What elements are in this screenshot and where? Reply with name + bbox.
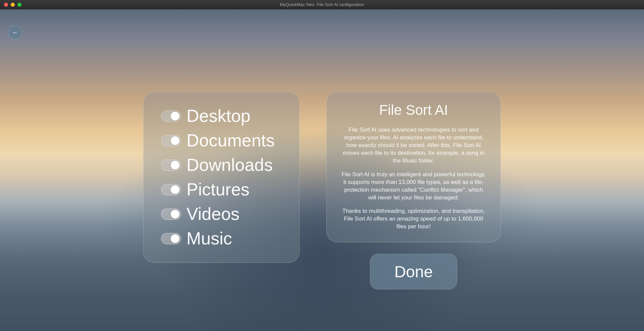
folder-row-documents: Documents [161, 130, 282, 151]
folder-label: Documents [186, 130, 275, 151]
title-bar: MyQuickMac Neo: File Sort AI configurati… [0, 0, 644, 9]
folder-label: Pictures [186, 179, 250, 200]
folder-row-desktop: Desktop [161, 105, 282, 127]
toggle-music[interactable] [161, 233, 181, 244]
info-title: File Sort AI [340, 102, 487, 118]
toggle-documents[interactable] [161, 135, 181, 146]
content: Desktop Documents Downloads Pictures Vid… [143, 92, 501, 289]
toggle-knob [171, 185, 179, 194]
info-paragraph-1: File Sort AI uses advanced technologies … [340, 126, 487, 165]
done-button-label: Done [394, 263, 433, 281]
folder-row-videos: Videos [161, 203, 282, 225]
folders-panel: Desktop Documents Downloads Pictures Vid… [143, 92, 300, 263]
traffic-lights [0, 3, 21, 7]
folder-row-pictures: Pictures [161, 179, 282, 200]
folder-label: Desktop [186, 105, 251, 127]
minimize-window-button[interactable] [11, 3, 15, 7]
done-button[interactable]: Done [370, 254, 457, 289]
folder-label: Music [186, 228, 232, 249]
close-window-button[interactable] [4, 3, 8, 7]
back-button[interactable]: ← [8, 26, 22, 40]
info-paragraph-2: File Sort AI is truly an intelligent and… [340, 171, 487, 202]
window-title: MyQuickMac Neo: File Sort AI configurati… [280, 2, 364, 7]
toggle-pictures[interactable] [161, 184, 181, 195]
toggle-knob [171, 234, 179, 243]
folder-label: Videos [186, 203, 239, 225]
folder-label: Downloads [186, 154, 273, 176]
info-panel: File Sort AI File Sort AI uses advanced … [326, 92, 501, 242]
toggle-knob [171, 161, 179, 170]
maximize-window-button[interactable] [17, 3, 21, 7]
toggle-desktop[interactable] [161, 110, 181, 122]
toggle-knob [171, 210, 179, 219]
folder-row-downloads: Downloads [161, 154, 282, 176]
toggle-downloads[interactable] [161, 159, 181, 171]
back-arrow-icon: ← [12, 29, 18, 36]
info-paragraph-3: Thanks to multithreading, optimization, … [340, 207, 487, 231]
toggle-knob [171, 136, 179, 145]
right-column: File Sort AI File Sort AI uses advanced … [326, 92, 501, 289]
folder-row-music: Music [161, 228, 282, 249]
toggle-knob [171, 112, 179, 121]
main-area: ← Desktop Documents Downloads Pictures [0, 9, 644, 331]
toggle-videos[interactable] [161, 208, 181, 220]
